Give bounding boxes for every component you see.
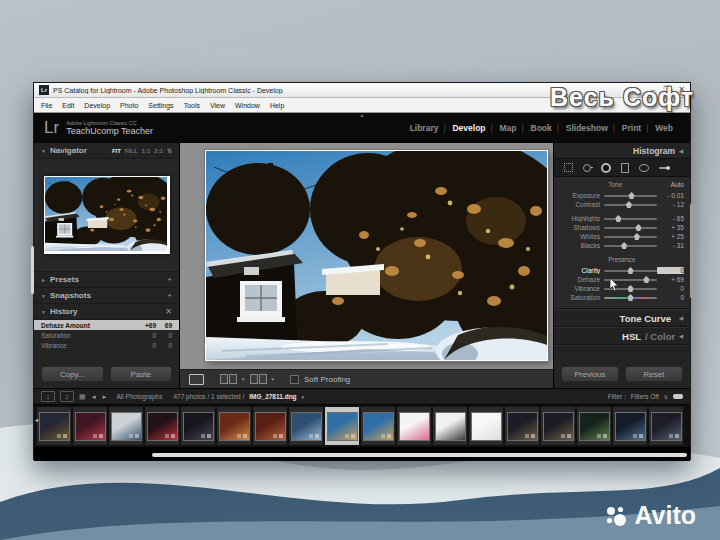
slider-value[interactable]: - 31	[657, 242, 684, 249]
slider-value[interactable]: - 65	[657, 215, 684, 222]
radial-filter-icon[interactable]	[639, 164, 649, 172]
slider-value[interactable]: 0	[657, 267, 684, 274]
module-tab[interactable]: Web	[648, 123, 680, 133]
slider-track[interactable]	[604, 241, 657, 250]
paste-button[interactable]: Paste	[110, 366, 173, 382]
zoom-toggle-icon[interactable]: ⇅	[167, 147, 172, 154]
navigator-zoom-option[interactable]: FIT	[112, 148, 121, 154]
left-panel-section-header[interactable]: ▼ Snapshots +	[34, 288, 179, 304]
slider-track[interactable]	[604, 214, 657, 223]
chevron-down-icon[interactable]: ▾	[242, 376, 245, 382]
navigator-zoom-option[interactable]: 2:1	[154, 148, 163, 154]
menu-item[interactable]: Window	[235, 102, 260, 109]
main-photo[interactable]	[205, 150, 548, 361]
monitor-button[interactable]: 1	[41, 391, 55, 402]
loupe-view-icon[interactable]	[189, 374, 204, 385]
slider-value[interactable]: - 0.01	[657, 192, 684, 199]
adjustment-brush-icon[interactable]	[659, 167, 670, 169]
slider-value[interactable]: - 12	[657, 201, 684, 208]
slider-track[interactable]	[604, 191, 657, 200]
menu-item[interactable]: View	[210, 102, 225, 109]
spot-removal-icon[interactable]	[583, 164, 591, 172]
section-action-icon[interactable]: +	[167, 275, 172, 284]
histogram-header[interactable]: Histogram ◀	[554, 143, 690, 158]
module-tab[interactable]: Develop	[445, 123, 492, 133]
menu-item[interactable]: Tools	[184, 102, 200, 109]
filter-value[interactable]: Filters Off	[631, 393, 659, 400]
filmstrip-thumbnail[interactable]	[109, 407, 143, 445]
filmstrip-thumbnail[interactable]	[469, 407, 503, 445]
auto-tone-button[interactable]: Auto	[671, 181, 684, 188]
filmstrip-thumbnail[interactable]	[289, 407, 323, 445]
menu-item[interactable]: File	[41, 102, 52, 109]
red-eye-icon[interactable]	[601, 163, 611, 173]
slider-value[interactable]: + 35	[657, 224, 684, 231]
history-header[interactable]: ▼ History ✕	[34, 304, 179, 320]
filmstrip-thumbnail[interactable]	[361, 407, 395, 445]
reset-button[interactable]: Reset	[625, 366, 683, 382]
module-tab[interactable]: Book	[524, 123, 559, 133]
filmstrip-thumbnail[interactable]	[181, 407, 215, 445]
filmstrip-thumbnail[interactable]	[577, 407, 611, 445]
slider-thumb[interactable]	[626, 201, 632, 208]
left-panel-collapse-icon[interactable]: ◂	[35, 416, 38, 423]
slider-thumb[interactable]	[635, 224, 641, 231]
filmstrip-thumbnail[interactable]	[397, 407, 431, 445]
crop-overlay-icon[interactable]	[564, 163, 573, 172]
filmstrip-thumbnail[interactable]	[217, 407, 251, 445]
copy-button[interactable]: Copy...	[41, 366, 104, 382]
grid-view-icon[interactable]: ▦	[79, 393, 86, 401]
slider-thumb[interactable]	[643, 276, 649, 283]
menu-item[interactable]: Edit	[62, 102, 74, 109]
top-panel-collapse-icon[interactable]: ▲	[360, 113, 365, 118]
navigator-preview[interactable]	[34, 159, 179, 272]
filmstrip-thumbnail[interactable]	[253, 407, 287, 445]
module-tab[interactable]: Map	[493, 123, 524, 133]
filmstrip-thumbnail[interactable]	[433, 407, 467, 445]
module-tab[interactable]: Slideshow	[559, 123, 615, 133]
menu-item[interactable]: Photo	[120, 102, 138, 109]
slider-value[interactable]: 0	[657, 285, 684, 292]
left-panel-scrollbar[interactable]	[31, 246, 34, 294]
slider-value[interactable]: 0	[657, 294, 684, 301]
forward-arrow-icon[interactable]: ►	[102, 394, 108, 400]
slider-thumb[interactable]	[621, 242, 627, 249]
menu-item[interactable]: Develop	[84, 102, 110, 109]
slider-thumb[interactable]	[628, 294, 634, 301]
filmstrip-filename[interactable]: IMG_27811.dng	[249, 393, 296, 400]
navigator-zoom-option[interactable]: 1:1	[142, 148, 151, 154]
right-panel-scrollbar[interactable]	[690, 203, 693, 298]
slider-value[interactable]: + 25	[657, 233, 684, 240]
history-item[interactable]: Vibrance 0 0	[34, 340, 179, 350]
slider-thumb[interactable]	[634, 233, 640, 240]
filmstrip-thumbnail[interactable]	[325, 407, 359, 445]
filmstrip-thumbnail[interactable]	[73, 407, 107, 445]
before-after-tb-icon[interactable]	[250, 374, 267, 384]
slider-track[interactable]	[604, 266, 657, 275]
history-item[interactable]: Dehaze Amount +69 69	[34, 320, 179, 330]
history-clear-icon[interactable]: ✕	[165, 307, 172, 316]
monitor-button[interactable]: 2	[60, 391, 74, 402]
menu-item[interactable]: Help	[270, 102, 284, 109]
filmstrip-scrollbar[interactable]	[152, 453, 687, 457]
filter-toggle-switch[interactable]	[673, 394, 683, 399]
filmstrip-thumbnail[interactable]	[145, 407, 179, 445]
filmstrip-thumbnail[interactable]	[649, 407, 683, 445]
back-arrow-icon[interactable]: ◄	[91, 394, 97, 400]
filmstrip-thumbnail[interactable]	[541, 407, 575, 445]
filmstrip-thumbnail[interactable]	[505, 407, 539, 445]
module-tab[interactable]: Library	[403, 123, 446, 133]
filter-sort-icon[interactable]: ⇅	[664, 394, 668, 400]
module-tab[interactable]: Print	[615, 123, 648, 133]
slider-thumb[interactable]	[628, 285, 634, 292]
navigator-zoom-option[interactable]: FILL	[125, 148, 138, 154]
chevron-down-icon[interactable]: ▾	[302, 394, 305, 400]
section-action-icon[interactable]: +	[167, 291, 172, 300]
right-panel-section-header[interactable]: HSL / Color ◀	[554, 327, 690, 345]
slider-track[interactable]	[604, 232, 657, 241]
chevron-down-icon[interactable]: ▾	[272, 376, 275, 382]
filmstrip-source[interactable]: All Photographs	[117, 393, 163, 400]
right-panel-section-header[interactable]: Tone Curve ◀	[554, 309, 690, 327]
soft-proofing-checkbox[interactable]	[290, 375, 299, 384]
before-after-lr-icon[interactable]	[220, 374, 237, 384]
